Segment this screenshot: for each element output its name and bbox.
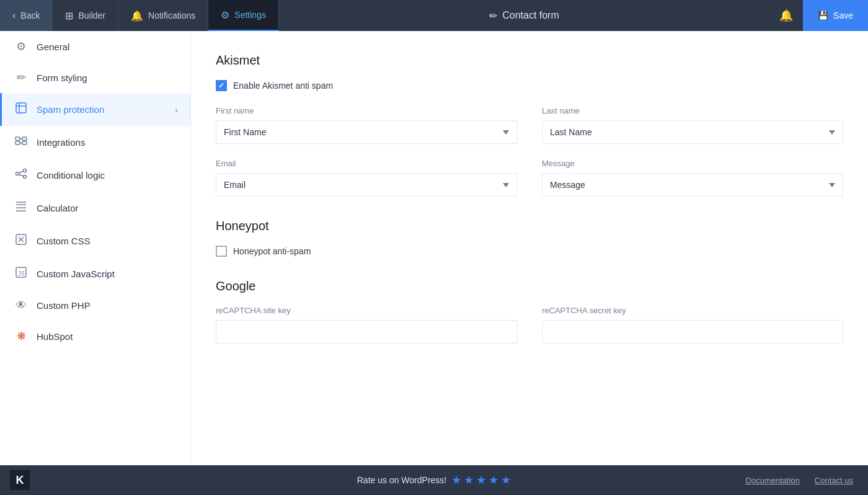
sidebar-item-label: HubSpot — [37, 331, 73, 342]
svg-line-12 — [19, 171, 24, 173]
sidebar-item-form-styling[interactable]: ✏ Form styling — [0, 62, 190, 93]
builder-tab[interactable]: ⊞ Builder — [53, 0, 118, 31]
svg-rect-3 — [16, 137, 20, 140]
star-2: ★ — [464, 473, 474, 487]
form-title: Contact form — [502, 10, 559, 21]
footer: K Rate us on WordPress! ★ ★ ★ ★ ★ Docume… — [0, 465, 868, 495]
hubspot-icon: ❋ — [14, 329, 28, 343]
star-3: ★ — [476, 473, 486, 487]
sidebar-item-label: Conditional logic — [37, 170, 105, 181]
honeypot-checkbox-label[interactable]: Honeypot anti-spam — [233, 246, 311, 256]
sidebar-item-label: Form styling — [37, 73, 87, 83]
svg-rect-6 — [22, 141, 27, 145]
main-content: Akismet ✓ Enable Akismet anti spam First… — [191, 31, 868, 465]
akismet-email-row: Email Email Message Message — [216, 159, 843, 197]
star-5: ★ — [501, 473, 511, 487]
footer-logo: K — [10, 470, 30, 490]
sidebar-item-spam-protection[interactable]: Spam protection › — [0, 93, 190, 126]
edit-icon: ✏ — [489, 10, 497, 22]
honeypot-checkbox[interactable] — [216, 246, 227, 257]
gear-icon: ⚙ — [221, 9, 229, 21]
sidebar-item-calculator[interactable]: Calculator — [0, 192, 190, 225]
k-logo: K — [10, 470, 30, 490]
integrations-icon — [14, 135, 28, 150]
save-button[interactable]: 💾 Save — [803, 0, 868, 31]
email-group: Email Email — [216, 159, 517, 197]
secret-key-group: reCAPTCHA secret key — [542, 306, 843, 344]
settings-tab[interactable]: ⚙ Settings — [208, 0, 279, 31]
checkmark-icon: ✓ — [218, 81, 224, 90]
svg-rect-0 — [16, 103, 26, 113]
css-icon — [14, 233, 28, 249]
sidebar-item-label: Custom CSS — [37, 236, 91, 246]
builder-label: Builder — [78, 11, 105, 20]
top-nav: ‹ Back ⊞ Builder 🔔 Notifications ⚙ Setti… — [0, 0, 868, 31]
sidebar-item-integrations[interactable]: Integrations — [0, 126, 190, 159]
back-icon: ‹ — [12, 10, 16, 21]
save-label: Save — [833, 11, 853, 20]
honeypot-checkbox-row: Honeypot anti-spam — [216, 246, 843, 257]
builder-icon: ⊞ — [65, 10, 73, 22]
sidebar-item-custom-js[interactable]: JS Custom JavaScript — [0, 257, 190, 290]
sidebar-item-custom-css[interactable]: Custom CSS — [0, 225, 190, 257]
gear-icon: ⚙ — [14, 40, 28, 53]
sidebar-item-label: General — [37, 42, 69, 52]
message-select[interactable]: Message — [542, 173, 843, 197]
svg-line-13 — [19, 174, 24, 176]
pencil-icon: ✏ — [14, 71, 28, 84]
php-icon: 👁 — [14, 299, 28, 312]
first-name-label: First name — [216, 106, 517, 115]
footer-stars: ★ ★ ★ ★ ★ — [451, 473, 511, 487]
footer-links: Documentation Contact us — [745, 476, 853, 485]
akismet-section: Akismet ✓ Enable Akismet anti spam First… — [216, 53, 843, 197]
contact-link[interactable]: Contact us — [815, 476, 853, 485]
last-name-group: Last name Last Name — [542, 106, 843, 144]
secret-key-label: reCAPTCHA secret key — [542, 306, 843, 315]
akismet-title: Akismet — [216, 53, 843, 68]
notifications-label: Notifications — [148, 11, 195, 20]
site-key-label: reCAPTCHA site key — [216, 306, 517, 315]
settings-label: Settings — [234, 10, 266, 20]
nav-right: 🔔 💾 Save — [769, 0, 868, 31]
site-key-group: reCAPTCHA site key — [216, 306, 517, 344]
star-1: ★ — [451, 473, 461, 487]
spam-icon — [14, 102, 28, 117]
svg-point-11 — [24, 176, 27, 179]
form-title-area: ✏ Contact form — [279, 10, 769, 22]
sidebar-item-general[interactable]: ⚙ General — [0, 31, 190, 62]
email-label: Email — [216, 159, 517, 168]
chevron-right-icon: › — [175, 105, 178, 115]
notifications-tab[interactable]: 🔔 Notifications — [118, 0, 208, 31]
sidebar-item-hubspot[interactable]: ❋ HubSpot — [0, 321, 190, 352]
svg-rect-4 — [22, 137, 27, 140]
site-key-input[interactable] — [216, 320, 517, 344]
message-group: Message Message — [542, 159, 843, 197]
svg-text:JS: JS — [18, 270, 25, 277]
notification-bell[interactable]: 🔔 — [769, 9, 803, 22]
akismet-name-row: First name First Name Last name Last Nam… — [216, 106, 843, 144]
last-name-select[interactable]: Last Name — [542, 120, 843, 144]
save-icon: 💾 — [818, 11, 828, 20]
message-label: Message — [542, 159, 843, 168]
svg-rect-5 — [16, 141, 20, 145]
svg-point-9 — [16, 172, 19, 176]
body-layout: ⚙ General ✏ Form styling Spam protection… — [0, 31, 868, 465]
akismet-checkbox-label[interactable]: Enable Akismet anti spam — [233, 81, 333, 91]
email-select[interactable]: Email — [216, 173, 517, 197]
back-button[interactable]: ‹ Back — [0, 0, 53, 31]
sidebar-item-conditional-logic[interactable]: Conditional logic — [0, 159, 190, 192]
google-title: Google — [216, 279, 843, 293]
documentation-link[interactable]: Documentation — [745, 476, 799, 485]
sidebar-item-label: Integrations — [37, 137, 85, 148]
first-name-select[interactable]: First Name — [216, 120, 517, 144]
google-keys-row: reCAPTCHA site key reCAPTCHA secret key — [216, 306, 843, 344]
sidebar-item-label: Calculator — [37, 203, 79, 213]
honeypot-title: Honeypot — [216, 219, 843, 233]
back-label: Back — [20, 11, 40, 20]
secret-key-input[interactable] — [542, 320, 843, 344]
sidebar-item-custom-php[interactable]: 👁 Custom PHP — [0, 290, 190, 321]
sidebar: ⚙ General ✏ Form styling Spam protection… — [0, 31, 191, 465]
sidebar-item-label: Spam protection — [37, 104, 104, 115]
honeypot-section: Honeypot Honeypot anti-spam — [216, 219, 843, 257]
akismet-checkbox[interactable]: ✓ — [216, 80, 227, 91]
